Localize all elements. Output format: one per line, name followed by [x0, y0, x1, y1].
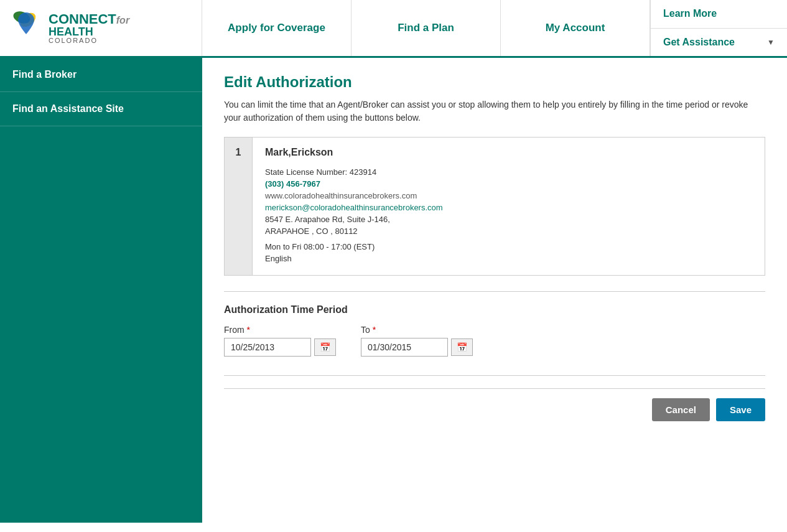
to-input-row: 📅	[361, 338, 473, 357]
page-layout: Find a Broker Find an Assistance Site Ed…	[0, 58, 787, 523]
broker-hours: Mon to Fri 08:00 - 17:00 (EST)	[265, 242, 752, 251]
logo-icon	[9, 6, 44, 50]
page-title: Edit Authorization	[224, 73, 765, 91]
page-description: You can limit the time that an Agent/Bro…	[224, 98, 765, 124]
header: CONNECTfor HEALTH COLORADO Apply for Cov…	[0, 0, 787, 58]
from-label: From *	[224, 325, 336, 335]
broker-card: 1 Mark,Erickson State License Number: 42…	[224, 137, 765, 276]
from-input-row: 📅	[224, 338, 336, 357]
broker-name: Mark,Erickson	[265, 147, 752, 158]
from-date-input[interactable]	[224, 338, 311, 357]
broker-email: merickson@coloradohealthinsurancebrokers…	[265, 203, 752, 212]
action-bar: Cancel Save	[224, 388, 765, 421]
to-calendar-button[interactable]: 📅	[451, 338, 473, 356]
logo-health: HEALTH	[49, 26, 129, 37]
main-nav: Apply for Coverage Find a Plan My Accoun…	[202, 0, 650, 56]
broker-info: Mark,Erickson State License Number: 4239…	[253, 138, 765, 275]
to-date-group: To * 📅	[361, 325, 473, 357]
nav-learn-more[interactable]: Learn More	[651, 0, 787, 29]
to-required-star: *	[373, 325, 376, 335]
sidebar-item-find-assistance[interactable]: Find an Assistance Site	[0, 92, 202, 126]
cancel-button[interactable]: Cancel	[652, 398, 710, 421]
nav-get-assistance[interactable]: Get Assistance ▼	[651, 29, 787, 57]
sidebar-item-find-broker[interactable]: Find a Broker	[0, 58, 202, 92]
action-divider	[224, 375, 765, 376]
broker-address2: ARAPAHOE , CO , 80112	[265, 226, 752, 236]
nav-apply-coverage[interactable]: Apply for Coverage	[202, 0, 352, 56]
to-label: To *	[361, 325, 473, 335]
logo-text: CONNECTfor HEALTH COLORADO	[49, 12, 129, 44]
from-required-star: *	[247, 325, 250, 335]
from-calendar-button[interactable]: 📅	[314, 338, 336, 356]
broker-license: State License Number: 423914	[265, 167, 752, 177]
logo-area: CONNECTfor HEALTH COLORADO	[0, 0, 202, 56]
broker-address1: 8547 E. Arapahoe Rd, Suite J-146,	[265, 215, 752, 224]
calendar-icon: 📅	[320, 342, 330, 352]
sidebar: Find a Broker Find an Assistance Site	[0, 58, 202, 523]
main-content: Edit Authorization You can limit the tim…	[202, 58, 787, 523]
broker-phone: (303) 456-7967	[265, 179, 752, 189]
section-divider	[224, 291, 765, 292]
dropdown-arrow-icon: ▼	[767, 38, 775, 47]
auth-period-title: Authorization Time Period	[224, 304, 765, 315]
date-fields: From * 📅 To *	[224, 325, 765, 357]
calendar-icon-2: 📅	[457, 342, 467, 352]
logo-colorado: COLORADO	[49, 37, 129, 44]
nav-my-account[interactable]: My Account	[501, 0, 650, 56]
from-date-group: From * 📅	[224, 325, 336, 357]
nav-right: Learn More Get Assistance ▼	[650, 0, 787, 56]
broker-website: www.coloradohealthinsurancebrokers.com	[265, 191, 752, 200]
logo-connect: CONNECTfor	[49, 12, 129, 26]
to-date-input[interactable]	[361, 338, 448, 357]
save-button[interactable]: Save	[716, 398, 765, 421]
broker-number: 1	[225, 138, 253, 275]
nav-find-plan[interactable]: Find a Plan	[352, 0, 501, 56]
broker-language: English	[265, 254, 752, 263]
